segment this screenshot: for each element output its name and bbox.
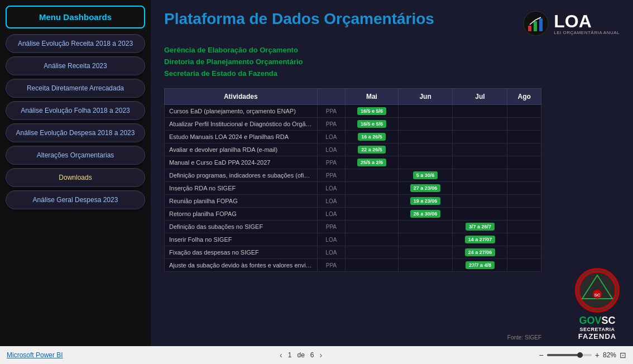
activity-badge: 26 a 30/06 xyxy=(410,210,441,218)
sidebar: Menu Dashboards Análise Evolução Receita… xyxy=(0,0,151,346)
table-cell xyxy=(453,208,507,221)
table-row: Cursos EaD (planejamento, orçamento ENAP… xyxy=(165,105,541,118)
col-jun: Jun xyxy=(398,89,453,105)
govsc-gov-sc: GOVSC xyxy=(575,315,620,327)
govsc-logo-area: SC GOVSC SECRETARIA FAZENDA xyxy=(547,88,620,341)
table-cell: PPA xyxy=(317,105,346,118)
zoom-bar: − + 82% ⊡ xyxy=(539,351,626,360)
table-row: Retorno planilha FOPAGLOA26 a 30/06 xyxy=(165,208,541,221)
sidebar-item-analise-evolucao-folha[interactable]: Análise Evolução Folha 2018 a 2023 xyxy=(6,101,145,120)
table-cell-badge: 27 a 23/06 xyxy=(398,182,453,195)
table-cell: Cursos EaD (planejamento, orçamento ENAP… xyxy=(165,105,318,118)
table-cell-badge: 16/5 e 5/6 xyxy=(346,118,398,131)
table-cell: Retorno planilha FOPAG xyxy=(165,208,318,221)
table-cell xyxy=(453,182,507,195)
govsc-gov-label: GOV xyxy=(579,315,601,326)
table-row: Definição programas, indicadores e subaç… xyxy=(165,169,541,182)
table-cell: Fixação das despesas no SIGEF xyxy=(165,246,318,259)
main-content: Plataforma de Dados Orçamentários LOA LE… xyxy=(151,0,633,346)
table-cell xyxy=(346,182,398,195)
table-cell xyxy=(398,131,453,143)
table-cell xyxy=(507,143,541,156)
table-cell xyxy=(398,156,453,169)
sidebar-item-analise-evolucao-receita[interactable]: Análise Evolução Receita 2018 a 2023 xyxy=(6,34,145,53)
table-cell-badge: 16/5 e 5/6 xyxy=(346,105,398,118)
sidebar-item-analise-evolucao-despesa[interactable]: Análise Evolução Despesa 2018 a 2023 xyxy=(6,123,145,142)
table-cell: PPA xyxy=(317,221,346,233)
menu-dashboards-button[interactable]: Menu Dashboards xyxy=(6,6,145,28)
table-cell: LOA xyxy=(317,208,346,221)
table-row: Avaliar e devolver planilha RDA (e-mail)… xyxy=(165,143,541,156)
table-cell: PPA xyxy=(317,156,346,169)
table-cell: LOA xyxy=(317,195,346,208)
prev-page-button[interactable]: ‹ xyxy=(280,351,282,360)
table-cell xyxy=(453,156,507,169)
table-cell-badge: 25/5 a 2/6 xyxy=(346,156,398,169)
table-cell: LOA xyxy=(317,233,346,246)
table-row: Estudo Manuais LOA 2024 e Planilhas RDAL… xyxy=(165,131,541,143)
table-row: Definição das subações no SIGEFPPA3/7 a … xyxy=(165,221,541,233)
table-cell xyxy=(453,105,507,118)
table-cell xyxy=(398,233,453,246)
table-cell-badge: 16 a 26/5 xyxy=(346,131,398,143)
table-cell xyxy=(507,105,541,118)
col-mai: Mai xyxy=(346,89,398,105)
table-cell: Reunião planilha FOPAG xyxy=(165,195,318,208)
table-row: Manual e Curso EaD PPA 2024-2027PPA25/5 … xyxy=(165,156,541,169)
col-type xyxy=(317,89,346,105)
table-cell xyxy=(507,233,541,246)
activity-badge: 27/7 a 4/8 xyxy=(466,261,495,269)
table-row: Ajuste da subação devido às fontes e val… xyxy=(165,259,541,272)
svg-rect-3 xyxy=(539,18,543,31)
table-cell xyxy=(507,118,541,131)
zoom-slider-fill xyxy=(547,354,578,356)
table-cell-badge: 5 a 30/6 xyxy=(398,169,453,182)
table-wrapper[interactable]: Atividades Mai Jun Jul Ago Cursos EaD (p… xyxy=(164,88,541,332)
table-cell xyxy=(453,131,507,143)
subtitle-block: Gerência de Elaboração do Orçamento Dire… xyxy=(164,45,620,79)
table-cell xyxy=(453,143,507,156)
powerbi-link[interactable]: Microsoft Power BI xyxy=(7,351,63,359)
table-cell-badge: 27/7 a 4/8 xyxy=(453,259,507,272)
subtitle-line2: Diretoria de Planejamento Orçamentário xyxy=(164,56,620,68)
table-cell: Ajuste da subação devido às fontes e val… xyxy=(165,259,318,272)
loa-label: LOA xyxy=(554,12,620,30)
activity-badge: 24 a 27/06 xyxy=(465,248,496,256)
zoom-minus-icon[interactable]: − xyxy=(539,351,544,360)
sidebar-item-alteracoes-orcamentarias[interactable]: Alterações Orçamentarias xyxy=(6,146,145,165)
table-cell: Atualizar Perfil Institucional e Diagnós… xyxy=(165,118,318,131)
page-total: 6 xyxy=(310,351,314,359)
sidebar-item-receita-diretamente[interactable]: Receita Diretamente Arrecadada xyxy=(6,79,145,98)
table-cell xyxy=(346,208,398,221)
pagination: ‹ 1 de 6 › xyxy=(280,351,322,360)
zoom-slider[interactable] xyxy=(547,354,592,356)
zoom-plus-icon[interactable]: + xyxy=(595,351,600,360)
govsc-secretaria-label: SECRETARIA xyxy=(575,327,620,332)
table-cell: Avaliar e devolver planilha RDA (e-mail) xyxy=(165,143,318,156)
table-cell-badge: 26 a 30/06 xyxy=(398,208,453,221)
sidebar-item-analise-receita-2023[interactable]: Análise Receita 2023 xyxy=(6,56,145,75)
table-cell-badge: 3/7 a 26/7 xyxy=(453,221,507,233)
col-ago: Ago xyxy=(507,89,541,105)
table-cell: Inserção RDA no SIGEF xyxy=(165,182,318,195)
table-cell xyxy=(507,221,541,233)
govsc-logo: SC GOVSC SECRETARIA FAZENDA xyxy=(575,268,620,341)
subtitle-line3: Secretaria de Estado da Fazenda xyxy=(164,68,620,80)
table-cell xyxy=(453,169,507,182)
table-row: Atualizar Perfil Institucional e Diagnós… xyxy=(165,118,541,131)
table-cell xyxy=(398,143,453,156)
table-cell xyxy=(346,259,398,272)
table-cell: LOA xyxy=(317,131,346,143)
table-cell: Manual e Curso EaD PPA 2024-2027 xyxy=(165,156,318,169)
content-left: Atividades Mai Jun Jul Ago Cursos EaD (p… xyxy=(164,88,541,341)
table-cell: PPA xyxy=(317,259,346,272)
zoom-slider-thumb xyxy=(577,352,583,358)
next-page-button[interactable]: › xyxy=(320,351,323,360)
sidebar-item-downloads[interactable]: Downloads xyxy=(6,168,145,187)
table-cell xyxy=(398,105,453,118)
fit-screen-icon[interactable]: ⊡ xyxy=(620,351,626,360)
table-cell-badge: 22 a 26/5 xyxy=(346,143,398,156)
table-cell: Definição programas, indicadores e subaç… xyxy=(165,169,318,182)
zoom-level: 82% xyxy=(603,351,616,359)
sidebar-item-analise-geral-despesa[interactable]: Análise Geral Despesa 2023 xyxy=(6,190,145,209)
